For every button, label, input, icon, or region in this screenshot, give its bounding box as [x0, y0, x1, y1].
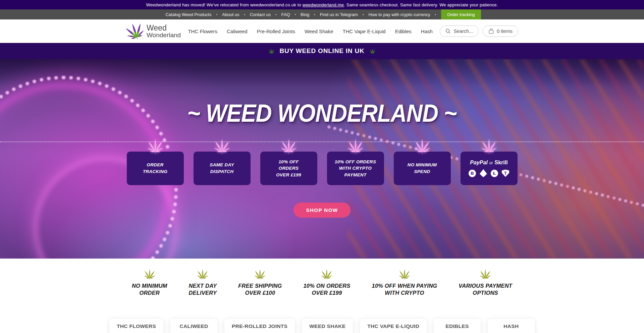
logo-leaf-icon: [123, 20, 146, 43]
category-card-pre-rolled-joints[interactable]: PRE-ROLLED JOINTS: [224, 319, 295, 333]
separator-dot: •: [292, 13, 299, 16]
hero-card-same-day-dispatch: SAME DAY DISPATCH: [194, 152, 251, 185]
cannabis-leaf-icon: [147, 138, 163, 154]
search-icon: [445, 29, 451, 34]
category-card-thc-vape[interactable]: THC VAPE E-LIQUID: [360, 319, 427, 333]
main-header: Weed Wonderland THC Flowers Caliweed Pre…: [0, 19, 644, 43]
hero-section: ~ WEED WONDERLAND ~ ORDER TRACKING SAME …: [0, 59, 644, 259]
hero-card-text: SAME DAY DISPATCH: [210, 162, 234, 175]
ethereum-icon: [480, 169, 487, 177]
feature-text: FREE SHIPPING OVER £100: [238, 282, 282, 296]
buy-online-banner: BUY WEED ONLINE IN UK: [0, 43, 644, 59]
paypal-label: PayPal: [470, 160, 487, 166]
main-nav: THC Flowers Caliweed Pre-Rolled Joints W…: [188, 29, 432, 34]
announcement-text-after: . Same seamless checkout. Same fast deli…: [344, 2, 498, 7]
hero-card-payment-options: PayPal or Skrill B Ł T: [461, 152, 518, 185]
cannabis-leaf-icon: [370, 48, 375, 54]
cannabis-leaf-icon: [414, 138, 430, 154]
cannabis-leaf-icon: [214, 138, 230, 154]
announcement-link[interactable]: weedwonderland.me: [303, 2, 344, 7]
header-actions: Search... 0 items: [440, 25, 518, 37]
logo[interactable]: Weed Wonderland: [126, 22, 181, 40]
hero-card-text: ORDER TRACKING: [143, 162, 168, 175]
utility-nav-blog[interactable]: Blog: [298, 12, 312, 17]
cannabis-leaf-icon: [347, 138, 364, 154]
order-tracking-button[interactable]: Order tracking: [441, 9, 481, 19]
feature-next-day-delivery: NEXT DAY DELIVERY: [189, 269, 217, 296]
cannabis-leaf-icon: [254, 269, 266, 280]
hero-title: ~ WEED WONDERLAND ~: [187, 99, 457, 127]
feature-no-minimum-order: NO MINIMUM ORDER: [132, 269, 167, 296]
nav-hash[interactable]: Hash: [421, 29, 433, 34]
hero-card-order-tracking: ORDER TRACKING: [127, 152, 184, 185]
announcement-text-before: Weedwonderland has moved! We've relocate…: [146, 2, 301, 7]
feature-text: VARIOUS PAYMENT OPTIONS: [459, 282, 512, 296]
cannabis-leaf-icon: [481, 138, 497, 154]
hero-card-no-minimum-spend: NO MINIMUM SPEND: [394, 152, 451, 185]
nav-pre-rolled-joints[interactable]: Pre-Rolled Joints: [257, 29, 295, 34]
banner-text: BUY WEED ONLINE IN UK: [280, 47, 365, 55]
search-button[interactable]: Search...: [440, 25, 479, 37]
logo-line1: Weed: [147, 24, 181, 32]
feature-text: NEXT DAY DELIVERY: [189, 282, 217, 296]
category-card-caliweed[interactable]: CALIWEED: [170, 319, 217, 333]
nav-thc-vape[interactable]: THC Vape E-Liquid: [343, 29, 386, 34]
hero-card-text: 10% OFF ORDERS WITH CRYPTO PAYMENT: [335, 159, 376, 178]
tether-icon: T: [502, 170, 509, 177]
feature-payment-options: VARIOUS PAYMENT OPTIONS: [459, 269, 512, 296]
category-card-thc-flowers[interactable]: THC FLOWERS: [109, 319, 163, 333]
nav-weed-shake[interactable]: Weed Shake: [305, 29, 333, 34]
feature-text: 10% ON ORDERS OVER £199: [303, 282, 350, 296]
bitcoin-icon: B: [469, 170, 476, 177]
category-card-edibles[interactable]: EDIBLES: [434, 319, 481, 333]
utility-nav-telegram[interactable]: Find us in Telegram: [318, 12, 360, 17]
category-card-weed-shake[interactable]: WEED SHAKE: [302, 319, 353, 333]
hero-card-text: NO MINIMUM SPEND: [408, 162, 437, 175]
utility-nav-catalog[interactable]: Catalog Weed Products: [163, 12, 214, 17]
separator-dot: •: [241, 13, 248, 16]
nav-edibles[interactable]: Edibles: [395, 29, 412, 34]
utility-nav-faq[interactable]: FAQ: [279, 12, 292, 17]
feature-text: NO MINIMUM ORDER: [132, 282, 167, 296]
or-label: or: [489, 161, 493, 165]
feature-10-on-orders: 10% ON ORDERS OVER £199: [303, 269, 350, 296]
cannabis-leaf-icon: [399, 269, 410, 280]
hero-card-text: 10% OFF ORDERS OVER £199: [276, 159, 301, 178]
hero-card-crypto-discount: 10% OFF ORDERS WITH CRYPTO PAYMENT: [327, 152, 384, 185]
litecoin-icon: Ł: [491, 170, 498, 177]
payment-methods-label: PayPal or Skrill: [470, 160, 507, 166]
hero-feature-cards: ORDER TRACKING SAME DAY DISPATCH 10% OFF…: [127, 152, 518, 185]
category-card-hash[interactable]: HASH: [488, 319, 535, 333]
utility-nav-about[interactable]: About us: [220, 12, 241, 17]
cannabis-leaf-icon: [269, 48, 274, 54]
separator-dot: •: [360, 13, 366, 16]
utility-nav-crypto-howto[interactable]: How to pay with crypto currency: [366, 12, 432, 17]
separator-dot: •: [214, 13, 220, 16]
announcement-bar: Weedwonderland has moved! We've relocate…: [0, 0, 644, 9]
logo-line2: Wonderland: [147, 32, 181, 39]
skrill-label: Skrill: [495, 160, 508, 166]
shopping-bag-icon: [488, 28, 494, 34]
cart-button[interactable]: 0 items: [483, 25, 518, 37]
category-cards: THC FLOWERS CALIWEED PRE-ROLLED JOINTS W…: [0, 319, 644, 333]
shop-now-button[interactable]: SHOP NOW: [293, 203, 351, 218]
feature-free-shipping: FREE SHIPPING OVER £100: [238, 269, 282, 296]
separator-dot: •: [273, 13, 279, 16]
logo-text: Weed Wonderland: [147, 24, 181, 39]
cannabis-leaf-icon: [321, 269, 332, 280]
crypto-icons-row: B Ł T: [469, 169, 509, 177]
cannabis-leaf-icon: [197, 269, 208, 280]
nav-thc-flowers[interactable]: THC Flowers: [188, 29, 217, 34]
feature-text: 10% OFF WHEN PAYING WITH CRYPTO: [372, 282, 437, 296]
utility-nav: Catalog Weed Products • About us • Conta…: [0, 9, 644, 19]
separator-dot: •: [433, 13, 439, 16]
utility-nav-contact[interactable]: Contact us: [248, 12, 273, 17]
features-section: NO MINIMUM ORDER NEXT DAY DELIVERY FREE …: [0, 259, 644, 296]
search-label: Search...: [453, 29, 473, 34]
nav-caliweed[interactable]: Caliweed: [227, 29, 248, 34]
cannabis-leaf-icon: [480, 269, 491, 280]
cannabis-leaf-icon: [144, 269, 155, 280]
cart-count-label: 0 items: [497, 29, 513, 34]
hero-card-10-off-199: 10% OFF ORDERS OVER £199: [260, 152, 317, 185]
separator-dot: •: [312, 13, 318, 16]
